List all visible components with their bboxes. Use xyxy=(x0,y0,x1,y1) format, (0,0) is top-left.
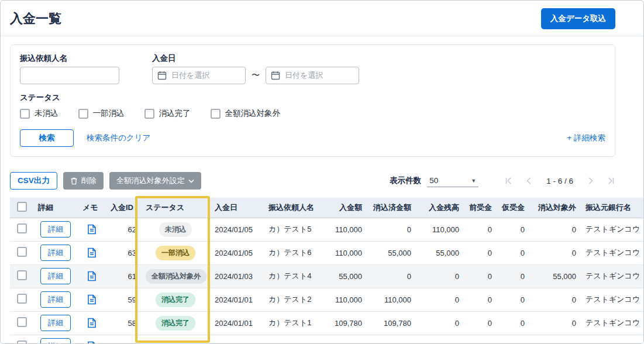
cell-payer-name: カ）テスト5 xyxy=(264,218,326,241)
trash-icon xyxy=(70,177,78,185)
checkbox-icon[interactable] xyxy=(78,109,88,119)
detail-button[interactable]: 詳細 xyxy=(40,245,71,261)
cell-memo xyxy=(78,264,106,288)
cell-deposit-id: 59 xyxy=(106,288,141,311)
import-deposit-data-button[interactable]: 入金データ取込 xyxy=(541,8,615,29)
cell-deposit-date: 2024/01/03 xyxy=(210,264,264,288)
cell-detail: 詳細 xyxy=(33,241,78,264)
advanced-search-link[interactable]: + 詳細検索 xyxy=(567,133,605,143)
row-checkbox[interactable] xyxy=(17,317,27,327)
date-from-input[interactable]: 日付を選択 xyxy=(152,67,246,84)
cell-temporary-received: 0 xyxy=(497,288,529,311)
chevron-down-icon xyxy=(188,179,194,183)
cell-source-bank: テストギンコウ xyxy=(581,241,644,264)
deposit-table: 詳細メモ入金IDステータス入金日振込依頼人名入金額消込済金額入金残高前受金仮受金… xyxy=(10,198,644,344)
cell-amount: 110,000 xyxy=(326,241,367,264)
row-checkbox[interactable] xyxy=(17,223,27,233)
cell-payer-name: カ）テスト1 xyxy=(264,311,326,335)
checkbox-icon[interactable] xyxy=(211,109,221,119)
status-option-partially-cleared[interactable]: 一部消込 xyxy=(78,108,125,119)
column-header-deposit-date: 入金日 xyxy=(210,198,264,218)
cell-excluded-amount: 55,000 xyxy=(529,264,581,288)
memo-icon[interactable] xyxy=(85,293,99,307)
row-checkbox[interactable] xyxy=(17,270,27,280)
cell-cleared-amount: 109,780 xyxy=(367,311,416,335)
memo-icon[interactable] xyxy=(85,269,99,283)
checkbox-icon[interactable] xyxy=(20,109,30,119)
table-row: 詳細62未消込2024/01/05カ）テスト5110,0000110,00000… xyxy=(10,218,644,241)
cell-balance: 110,000 xyxy=(416,218,464,241)
detail-button[interactable]: 詳細 xyxy=(40,338,71,344)
memo-icon[interactable] xyxy=(85,246,99,260)
column-header-detail: 詳細 xyxy=(33,198,78,218)
memo-icon[interactable] xyxy=(85,339,99,344)
cell-cleared-amount: 110,000 xyxy=(367,288,416,311)
status-option-unmatched[interactable]: 未消込 xyxy=(20,108,58,119)
csv-export-button[interactable]: CSV出力 xyxy=(10,172,57,190)
cell-deposit-date: 2024/01/05 xyxy=(210,241,264,264)
status-option-label: 全額消込対象外 xyxy=(225,108,281,119)
cell-select xyxy=(10,264,33,288)
table-row: 詳細61全額消込対象外2024/01/03カ）テスト455,000000055,… xyxy=(10,264,644,288)
display-count-select[interactable]: 50 ▼ xyxy=(427,174,478,187)
memo-icon[interactable] xyxy=(85,316,99,330)
cell-payer-name xyxy=(264,335,326,344)
cell-deposit-id: 63 xyxy=(106,241,141,264)
search-button[interactable]: 検索 xyxy=(20,129,74,147)
detail-button[interactable]: 詳細 xyxy=(40,291,71,308)
cell-temporary-received: 0 xyxy=(497,311,529,335)
table-row: 詳細 xyxy=(10,335,644,344)
cell-balance: 0 xyxy=(416,288,464,311)
cell-excluded-amount: 0 xyxy=(529,311,581,335)
deposit-list-page: 入金一覧 入金データ取込 振込依頼人名 入金日 日付を選択 〜 日付を選 xyxy=(0,0,644,344)
date-to-input[interactable]: 日付を選択 xyxy=(266,67,359,84)
column-header-advance-received: 前受金 xyxy=(464,198,497,218)
cell-excluded-amount: 0 xyxy=(529,218,581,241)
row-checkbox[interactable] xyxy=(17,340,27,344)
cell-advance-received: 0 xyxy=(464,288,497,311)
column-header-memo: メモ xyxy=(78,198,106,218)
cell-deposit-date xyxy=(210,335,264,344)
checkbox-icon[interactable] xyxy=(144,109,154,119)
cell-amount: 110,000 xyxy=(326,288,367,311)
clear-search-conditions-link[interactable]: 検索条件のクリア xyxy=(87,133,150,143)
calendar-icon xyxy=(271,71,280,80)
payer-name-label: 振込依頼人名 xyxy=(20,53,119,63)
cell-balance: 0 xyxy=(416,311,464,335)
status-option-cleared[interactable]: 消込完了 xyxy=(144,108,191,119)
cell-detail: 詳細 xyxy=(33,288,78,311)
first-page-icon[interactable] xyxy=(504,177,512,185)
detail-button[interactable]: 詳細 xyxy=(40,221,71,238)
table-row: 詳細59消込完了2024/01/01カ）テスト2110,000110,00000… xyxy=(10,288,644,311)
table-row: 詳細63一部消込2024/01/05カ）テスト6110,00055,00055,… xyxy=(10,241,644,264)
detail-button[interactable]: 詳細 xyxy=(40,268,71,284)
payer-name-input[interactable] xyxy=(20,67,119,84)
cell-status: 未消込 xyxy=(141,218,210,241)
cell-payer-name: カ）テスト4 xyxy=(264,264,326,288)
delete-button[interactable]: 削除 xyxy=(63,172,104,190)
select-all-checkbox[interactable] xyxy=(17,202,27,212)
cell-select xyxy=(10,311,33,335)
status-option-label: 未消込 xyxy=(35,108,58,119)
cell-status: 一部消込 xyxy=(141,241,210,264)
row-checkbox[interactable] xyxy=(17,247,27,257)
prev-page-icon[interactable] xyxy=(525,177,533,185)
last-page-icon[interactable] xyxy=(607,177,615,185)
row-checkbox[interactable] xyxy=(17,294,27,304)
bulk-exclude-label: 全額消込対象外設定 xyxy=(116,176,185,186)
cell-detail: 詳細 xyxy=(33,264,78,288)
memo-icon[interactable] xyxy=(85,222,99,236)
next-page-icon[interactable] xyxy=(586,177,594,185)
status-option-excluded[interactable]: 全額消込対象外 xyxy=(211,108,281,119)
status-badge: 未消込 xyxy=(159,222,192,237)
detail-button[interactable]: 詳細 xyxy=(40,315,71,331)
cell-payer-name: カ）テスト6 xyxy=(264,241,326,264)
cell-detail: 詳細 xyxy=(33,218,78,241)
cell-advance-received xyxy=(464,335,497,344)
column-header-temporary-received: 仮受金 xyxy=(497,198,529,218)
cell-source-bank: テストギンコウ xyxy=(581,288,644,311)
status-badge: 全額消込対象外 xyxy=(146,269,206,284)
bulk-exclude-settings-button[interactable]: 全額消込対象外設定 xyxy=(109,172,201,190)
cell-cleared-amount: 55,000 xyxy=(367,241,416,264)
cell-temporary-received: 0 xyxy=(497,218,529,241)
